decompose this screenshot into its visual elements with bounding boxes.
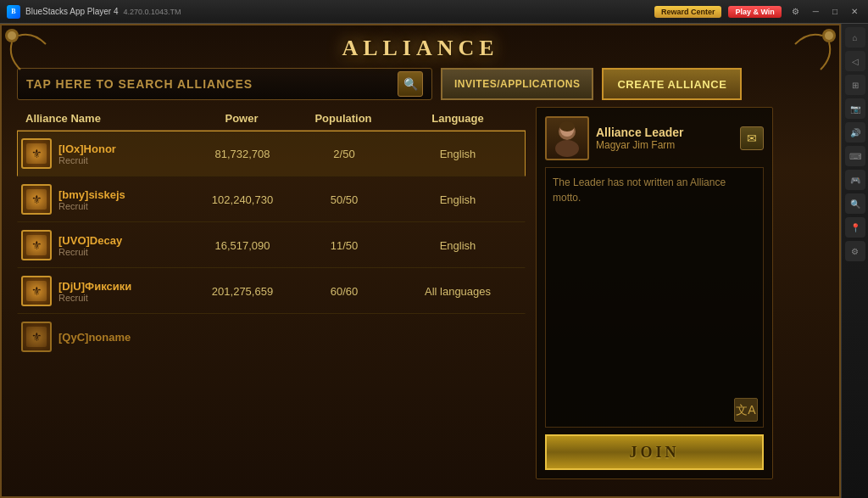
svg-point-7 [559,121,575,131]
table-row[interactable]: ⚜ [DjU]Фиксики Recruit 201,275,659 60/60… [17,268,526,314]
titlebar-subtitle: 4.270.0.1043.TM [124,8,181,16]
alliance-name-cell: ⚜ [DjU]Фиксики Recruit [18,276,187,306]
alliance-power: 16,517,090 [187,239,298,252]
alliance-badge: ⚜ [21,276,52,306]
alliance-power: 102,240,730 [187,193,298,206]
titlebar-right: Reward Center Play & Win ⚙ ─ □ ✕ [654,5,861,18]
name-group: [bmy]siskejs Recruit [58,188,125,211]
alliance-language: English [391,239,525,252]
name-group: [UVO]Decay Recruit [58,234,122,257]
alliance-name-cell: ⚜ [UVO]Decay Recruit [18,230,187,260]
col-header-population: Population [297,112,390,125]
alliance-rank-text: Recruit [58,155,116,165]
alliance-badge: ⚜ [21,138,52,169]
badge-inner: ⚜ [26,235,47,255]
search-box[interactable]: TAP HERE TO SEARCH ALLIANCES 🔍 [17,68,432,100]
alliance-name-cell: ⚜ [IOx]Honor Recruit [18,138,187,169]
badge-inner: ⚜ [26,281,47,301]
bs-screenshot-icon[interactable]: 📷 [845,98,865,119]
bs-settings-icon[interactable]: ⚙ [845,241,865,261]
translate-button[interactable]: 文A [734,398,758,422]
svg-point-3 [825,31,833,40]
bs-keyboard-icon[interactable]: ⌨ [845,146,865,166]
page-title: ALLIANCE [0,36,841,61]
table-row[interactable]: ⚜ [IOx]Honor Recruit 81,732,708 2/50 Eng… [17,131,526,176]
create-alliance-button[interactable]: CREATE ALLIANCE [602,68,742,100]
alliance-motto-text: The Leader has not written an Alliance m… [553,176,726,204]
game-area: ALLIANCE TAP HERE TO SEARCH ALLIANCES 🔍 … [0,24,868,498]
titlebar-left: B BlueStacks App Player 4 4.270.0.1043.T… [7,5,181,19]
alliance-name-cell: ⚜ [QyC]noname [18,322,187,352]
alliance-language: All languages [391,285,525,298]
badge-icon: ⚜ [31,238,42,253]
alliance-population: 2/50 [298,148,391,160]
alliance-table: Alliance Name Power Population Language … [17,107,526,479]
alliance-power: 81,732,708 [187,148,298,160]
table-row[interactable]: ⚜ [bmy]siskejs Recruit 102,240,730 50/50… [17,176,526,222]
bs-apps-icon[interactable]: ⊞ [845,75,865,95]
play-win-button[interactable]: Play & Win [728,6,781,18]
search-area: TAP HERE TO SEARCH ALLIANCES 🔍 INVITES/A… [0,68,841,107]
invites-applications-button[interactable]: INVITES/APPLICATIONS [441,68,593,100]
titlebar-app-name: BlueStacks App Player 4 [25,7,119,16]
col-header-language: Language [390,112,526,125]
bs-volume-icon[interactable]: 🔊 [845,122,865,143]
main-layout: Alliance Name Power Population Language … [0,107,841,479]
alliance-detail-panel: Alliance Leader Magyar Jim Farm ✉ The Le… [536,107,773,479]
bs-gamepad-icon[interactable]: 🎮 [845,170,865,190]
mail-icon: ✉ [747,131,757,146]
game-content: ALLIANCE TAP HERE TO SEARCH ALLIANCES 🔍 … [0,24,841,498]
alliance-list: ⚜ [IOx]Honor Recruit 81,732,708 2/50 Eng… [17,131,526,360]
reward-center-button[interactable]: Reward Center [654,6,722,18]
maximize-button[interactable]: □ [829,5,841,18]
close-button[interactable]: ✕ [848,5,861,18]
badge-icon: ⚜ [31,284,42,299]
alliance-name-text: [bmy]siskejs [58,188,125,201]
alliance-name-text: [UVO]Decay [58,234,122,247]
alliance-population: 11/50 [298,239,391,252]
bs-back-icon[interactable]: ◁ [845,51,865,71]
table-row[interactable]: ⚜ [QyC]noname [17,314,526,360]
search-placeholder-text: TAP HERE TO SEARCH ALLIANCES [26,77,253,91]
leader-section: Alliance Leader Magyar Jim Farm ✉ [545,116,764,160]
alliance-name-cell: ⚜ [bmy]siskejs Recruit [18,184,187,215]
badge-inner: ⚜ [26,143,47,164]
bs-location-icon[interactable]: 📍 [845,217,865,238]
leader-title: Alliance Leader [596,126,733,139]
leader-info: Alliance Leader Magyar Jim Farm [596,126,733,151]
minimize-button[interactable]: ─ [810,5,822,18]
mail-button[interactable]: ✉ [740,126,764,150]
bluestacks-logo: B [7,5,20,19]
search-button[interactable]: 🔍 [398,71,423,97]
badge-icon: ⚜ [31,193,42,207]
name-group: [QyC]noname [58,331,131,344]
badge-inner: ⚜ [26,327,47,347]
table-row[interactable]: ⚜ [UVO]Decay Recruit 16,517,090 11/50 En… [17,222,526,268]
bluestacks-sidebar: ⌂ ◁ ⊞ 📷 🔊 ⌨ 🎮 🔍 📍 ⚙ [841,24,868,498]
col-header-power: Power [186,112,297,125]
titlebar: B BlueStacks App Player 4 4.270.0.1043.T… [0,0,868,24]
alliance-power: 201,275,659 [187,285,298,298]
translate-icon: 文A [736,401,755,419]
alliance-motto-box: The Leader has not written an Alliance m… [545,167,764,428]
leader-avatar [545,116,589,160]
alliance-badge: ⚜ [21,184,52,215]
badge-icon: ⚜ [31,147,42,161]
alliance-rank-text: Recruit [58,293,131,303]
alliance-header: ALLIANCE [0,24,841,68]
svg-point-5 [555,140,579,157]
corner-decoration-left [3,27,63,78]
alliance-language: English [391,193,525,206]
join-alliance-button[interactable]: JOIN [545,434,764,470]
settings-button[interactable]: ⚙ [788,5,803,18]
svg-point-1 [8,31,16,40]
bs-search-icon[interactable]: 🔍 [845,193,865,214]
corner-decoration-right [778,27,837,78]
table-header: Alliance Name Power Population Language [17,107,526,131]
alliance-name-text: [IOx]Honor [58,143,116,155]
bs-home-icon[interactable]: ⌂ [845,27,865,48]
alliance-badge: ⚜ [21,322,52,352]
name-group: [IOx]Honor Recruit [58,143,116,165]
alliance-badge: ⚜ [21,230,52,260]
alliance-language: English [391,148,525,160]
